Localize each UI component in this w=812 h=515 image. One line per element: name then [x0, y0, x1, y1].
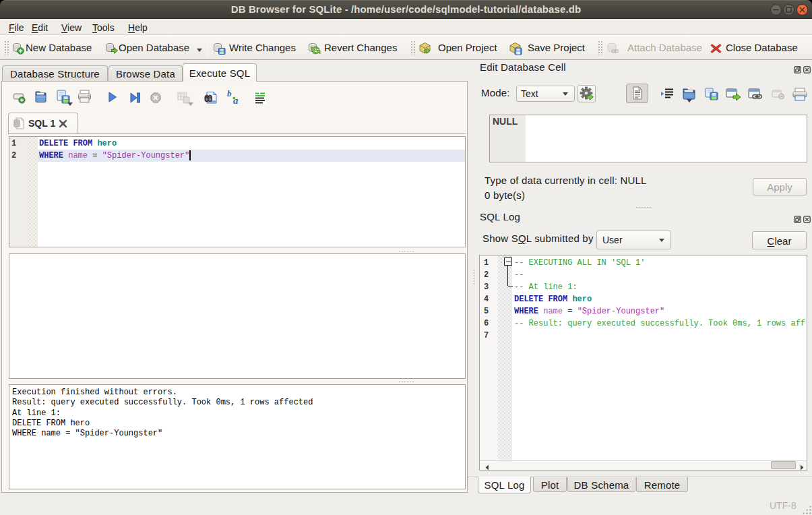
- svg-text:b: b: [227, 90, 232, 98]
- svg-text:a: a: [233, 95, 239, 104]
